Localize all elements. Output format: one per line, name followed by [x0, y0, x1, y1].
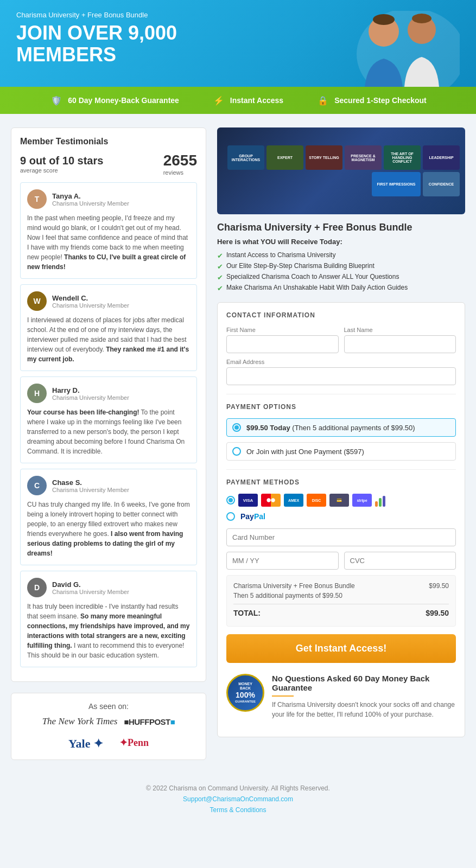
guarantee-title: No Questions Asked 60 Day Money Back Gua… [272, 674, 456, 692]
email-field: Email Address [226, 359, 456, 385]
benefit-2: ✔ Our Elite Step-By-Step Charisma Buildi… [217, 262, 465, 271]
last-name-label: Last Name [344, 327, 456, 333]
last-name-input[interactable] [344, 335, 456, 353]
reviews-info: 2655 reviews [163, 152, 197, 176]
check-icon: ✔ [217, 252, 223, 260]
cvc-input[interactable] [344, 552, 456, 570]
radio-option-1 [232, 423, 241, 432]
avatar-tanya: T [27, 189, 47, 209]
testimonial-text: In the past when meeting people, I'd fre… [27, 213, 190, 272]
testimonial-header: C Chase S. Charisma University Member [27, 476, 190, 495]
payment-option-2[interactable]: Or Join with just One Payment ($597) [226, 442, 456, 461]
testimonial-text: Your course has been life-changing! To t… [27, 407, 190, 456]
logo-yale: Yale ✦ [68, 737, 103, 751]
module-group: GROUP INTERACTIONS [227, 145, 264, 170]
as-seen-logos: The New York Times ■HUFFPOST■ Yale ✦ ✦Pe… [20, 716, 197, 751]
payment-option-1-sub: (Then 5 additional payments of $99.50) [292, 424, 415, 432]
testimonial-role: Charisma University Member [52, 394, 129, 401]
testimonial-name: Harry D. [52, 386, 129, 394]
as-seen-title: As seen on: [20, 702, 197, 711]
testimonial-chase: C Chase S. Charisma University Member CU… [20, 469, 197, 565]
reviews-count: 2655 [163, 152, 197, 169]
benefit-1: ✔ Instant Access to Charisma University [217, 251, 465, 260]
order-item-row: Charisma University + Free Bonus Bundle … [233, 582, 449, 590]
avatar-wendell: W [27, 291, 47, 311]
testimonial-text: I interviewed at dozens of places for jo… [27, 315, 190, 364]
first-name-input[interactable] [226, 335, 339, 353]
radio-option-2 [232, 447, 241, 456]
payment-option-1[interactable]: $99.50 Today (Then 5 additional payments… [226, 418, 456, 437]
footer-links: Support@CharismaOnCommand.com [11, 795, 465, 803]
header-people-image [340, 11, 460, 87]
logo-penn: ✦Penn [119, 737, 149, 751]
testimonial-meta: Chase S. Charisma University Member [52, 478, 129, 493]
testimonials-title: Member Testimonials [20, 137, 197, 146]
name-row: First Name Last Name [226, 327, 456, 353]
testimonial-meta: David G. Charisma University Member [52, 580, 129, 595]
testimonial-role: Charisma University Member [52, 302, 129, 309]
logo-huffpost: ■HUFFPOST■ [124, 717, 175, 726]
product-subtitle: Here is what YOU will Receive Today: [217, 238, 465, 246]
terms-link[interactable]: Terms & Conditions [210, 806, 266, 814]
left-column: Member Testimonials 9 out of 10 stars av… [11, 127, 206, 760]
last-name-field: Last Name [344, 327, 456, 353]
order-sub-row: Then 5 additional payments of $99.50 [233, 592, 449, 599]
payment-methods-title: PAYMENT METHODS [226, 478, 456, 486]
svg-point-2 [373, 14, 395, 25]
paypal-icon: PayPal [240, 512, 265, 521]
module-first-impressions: FIRST IMPRESSIONS [372, 172, 421, 196]
card-number-input[interactable] [226, 528, 456, 546]
check-icon: ✔ [217, 273, 223, 282]
first-name-label: First Name [226, 327, 339, 333]
contact-info-title: CONTACT INFORMATION [226, 311, 456, 319]
order-item-price: $99.50 [429, 582, 449, 590]
testimonial-name: Wendell C. [52, 294, 129, 302]
support-email-link[interactable]: Support@CharismaOnCommand.com [183, 795, 293, 803]
testimonial-role: Charisma University Member [52, 200, 129, 207]
benefit-4: ✔ Make Charisma An Unshakable Habit With… [217, 284, 465, 292]
email-input[interactable] [226, 367, 456, 385]
green-bar-money-back: 🛡️ 60 Day Money-Back Guarantee [49, 93, 179, 107]
module-art: THE ART OF HANDLING CONFLICT [384, 145, 421, 170]
cvc-field [344, 552, 456, 570]
green-bar-instant-access: ⚡ Instant Access [212, 93, 283, 107]
testimonial-header: T Tanya A. Charisma University Member [27, 189, 190, 209]
testimonial-name: David G. [52, 580, 129, 589]
product-image: GROUP INTERACTIONS EXPERT STORY TELLING … [217, 127, 465, 214]
testimonial-wendell: W Wendell C. Charisma University Member … [20, 284, 197, 371]
check-icon: ✔ [217, 263, 223, 271]
total-label: TOTAL: [233, 609, 261, 617]
avatar-chase: C [27, 476, 47, 495]
order-item-label: Charisma University + Free Bonus Bundle [233, 582, 355, 590]
testimonial-text: CU has truly changed my life. In 6 weeks… [27, 500, 190, 558]
footer: © 2022 Charisma on Command University. A… [0, 774, 476, 825]
email-row: Email Address [226, 359, 456, 385]
payment-methods-row: VISA ⬤⬤ AMEX DISC 💳 stripe [226, 494, 456, 507]
expiry-input[interactable] [226, 552, 339, 570]
card-radio[interactable] [226, 496, 235, 505]
generic-card-icon: 💳 [329, 494, 349, 507]
email-label: Email Address [226, 359, 456, 365]
guarantee-section: MONEY BACK 100% GUARANTEE No Questions A… [226, 674, 456, 719]
rating-score: 9 out of 10 stars [20, 155, 103, 167]
testimonial-text: It has truly been incredible - I've inst… [27, 602, 190, 660]
payment-options-title: PAYMENT OPTIONS [226, 403, 456, 411]
cta-button[interactable]: Get Instant Access! [226, 634, 456, 663]
testimonial-header: D David G. Charisma University Member [27, 578, 190, 597]
lightning-icon: ⚡ [212, 93, 226, 107]
benefit-3: ✔ Specialized Charisma Coach to Answer A… [217, 273, 465, 282]
testimonial-name: Tanya A. [52, 192, 129, 200]
guarantee-badge-text: MONEY BACK 100% GUARANTEE [235, 682, 256, 704]
module-leadership: LEADERSHIP [423, 145, 460, 170]
total-price: $99.50 [426, 609, 449, 617]
product-title: Charisma University + Free Bonus Bundle [217, 222, 465, 233]
card-number-row [226, 528, 456, 546]
paypal-row: PayPal [226, 512, 456, 521]
benefit-list: ✔ Instant Access to Charisma University … [217, 251, 465, 292]
header-title: JOIN OVER 9,000MEMBERS [16, 22, 233, 65]
discover-icon: DISC [307, 494, 326, 507]
testimonial-header: H Harry D. Charisma University Member [27, 384, 190, 403]
paypal-radio[interactable] [226, 512, 235, 521]
guarantee-text: No Questions Asked 60 Day Money Back Gua… [272, 674, 456, 719]
module-storytelling: STORY TELLING [306, 145, 342, 170]
